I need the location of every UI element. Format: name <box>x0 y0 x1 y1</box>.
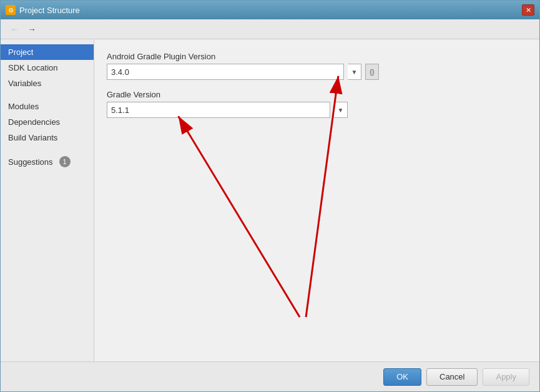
sidebar-label-dependencies: Dependencies <box>8 117 60 127</box>
back-icon: ← <box>10 24 19 34</box>
sidebar-item-sdk-location[interactable]: SDK Location <box>1 60 94 76</box>
ok-button[interactable]: OK <box>383 368 421 386</box>
apply-label: Apply <box>496 372 516 381</box>
close-button[interactable]: ✕ <box>522 4 534 16</box>
gradle-version-dropdown[interactable]: ▼ <box>334 102 348 118</box>
sidebar-label-sdk-location: SDK Location <box>8 63 58 72</box>
sidebar-label-variables: Variables <box>8 79 41 88</box>
gradle-version-row: ▼ <box>107 102 527 118</box>
footer: OK Cancel Apply <box>1 361 539 391</box>
forward-icon: → <box>27 24 36 34</box>
sidebar-label-project: Project <box>8 47 33 57</box>
window-icon: ⚙ <box>6 5 16 15</box>
plugin-version-dropdown[interactable]: ▼ <box>348 64 361 80</box>
sidebar-label-build-variants: Build Variants <box>8 133 57 142</box>
sidebar-item-dependencies[interactable]: Dependencies <box>1 114 94 130</box>
nav-bar: ← → <box>1 19 539 39</box>
title-bar-left: ⚙ Project Structure <box>6 5 80 15</box>
back-button[interactable]: ← <box>7 22 22 37</box>
arrows-overlay <box>94 39 539 361</box>
plugin-version-label: Android Gradle Plugin Version <box>107 52 527 61</box>
suggestions-badge: 1 <box>59 156 71 167</box>
window-title: Project Structure <box>19 6 80 15</box>
forward-button[interactable]: → <box>24 22 39 37</box>
apply-button: Apply <box>483 368 529 386</box>
gradle-version-label: Gradle Version <box>107 90 527 99</box>
gradle-version-input[interactable] <box>107 102 330 118</box>
plugin-version-group: Android Gradle Plugin Version ▼ {} <box>107 52 527 80</box>
content-area: Project SDK Location Variables Modules D… <box>1 39 539 361</box>
window: ⚙ Project Structure ✕ ← → Project SDK Lo… <box>0 0 540 392</box>
sidebar-separator-2 <box>1 145 94 153</box>
gradle-version-group: Gradle Version ▼ <box>107 90 527 118</box>
plugin-version-row: ▼ {} <box>107 64 527 80</box>
sidebar-label-modules: Modules <box>8 102 39 111</box>
sidebar-item-suggestions[interactable]: Suggestions 1 <box>1 153 94 170</box>
title-bar: ⚙ Project Structure ✕ <box>1 1 539 19</box>
sidebar: Project SDK Location Variables Modules D… <box>1 39 94 361</box>
cancel-label: Cancel <box>439 372 464 381</box>
main-content: Android Gradle Plugin Version ▼ {} Gradl… <box>94 39 539 361</box>
sidebar-label-suggestions: Suggestions <box>8 157 53 167</box>
svg-line-3 <box>179 116 300 317</box>
plugin-version-edit[interactable]: {} <box>365 64 379 80</box>
sidebar-item-build-variants[interactable]: Build Variants <box>1 130 94 145</box>
ok-label: OK <box>396 372 408 381</box>
cancel-button[interactable]: Cancel <box>426 368 478 386</box>
plugin-version-input[interactable] <box>107 64 344 80</box>
sidebar-item-variables[interactable]: Variables <box>1 76 94 91</box>
sidebar-item-project[interactable]: Project <box>1 44 94 60</box>
sidebar-separator-1 <box>1 91 94 99</box>
sidebar-item-modules[interactable]: Modules <box>1 99 94 114</box>
